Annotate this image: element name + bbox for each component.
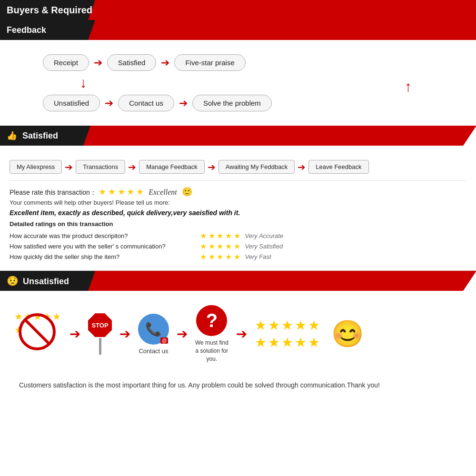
detail-row-accuracy: How accurate was the product descripiton… (10, 231, 466, 240)
at-badge: @ (160, 337, 168, 344)
flow-connector: ↓ ↑ (43, 71, 433, 95)
nav-arrow-3: ➔ (208, 161, 216, 173)
flow-diagram: Receipt ➔ Satisfied ➔ Five-star praise ↓… (14, 50, 462, 116)
detail-label-2: Very Satisfied (245, 243, 283, 250)
star-4: ★ (127, 187, 134, 197)
detail-stars-1: ★ ★ ★ ★ ★ (200, 231, 240, 240)
flow-contact-us: Contact us (118, 95, 174, 111)
rating-prompt: Please rate this transaction： (10, 188, 97, 196)
unsatisfied-header-text: 😟 Unsatisfied (7, 275, 69, 287)
arrow-right-4: ➔ (179, 97, 188, 109)
detail-question-3: How quickly did the seller ship the item… (10, 253, 200, 260)
contact-us-group: 📞 @ Contact us (138, 314, 169, 355)
satisfied-header-text: 👍 Satisfied (7, 130, 58, 141)
detail-label-1: Very Accurate (245, 232, 284, 239)
flow-solve-problem: Solve the problem (192, 95, 272, 111)
detail-question-2: How satisfied were you with the seller' … (10, 243, 200, 250)
nav-steps: My Aliexpress ➔ Transactions ➔ Manage Fe… (10, 153, 466, 181)
big-stars-grid: ★★★★★ ★★★★★ (255, 317, 320, 350)
flow-row-1: Receipt ➔ Satisfied ➔ Five-star praise (43, 54, 246, 71)
contact-icon: 📞 @ (138, 314, 169, 345)
satisfied-content: My Aliexpress ➔ Transactions ➔ Manage Fe… (0, 146, 476, 271)
bottom-text: Customers satisfaction is the most impor… (10, 372, 466, 398)
stop-sign-group: STOP (88, 313, 112, 355)
arrow-right-1: ➔ (94, 57, 102, 69)
no-star-group: ★ ★ ★ ★ ★ ★ (14, 310, 62, 358)
buyers-title: Buyers & Required (7, 5, 92, 16)
flow-unsatisfied: Unsatisfied (43, 95, 100, 111)
stop-pole (99, 338, 101, 355)
detail-question-1: How accurate was the product descripiton… (10, 232, 200, 239)
solution-text: We must finda solution foryou. (195, 339, 228, 363)
nav-arrow-4: ➔ (298, 161, 306, 173)
frown-icon: 😟 (7, 276, 19, 286)
review-text: Excellent item, exactly as described, qu… (10, 209, 466, 217)
unsatisfied-section-header: 😟 Unsatisfied (0, 271, 476, 291)
unsatisfied-content: ★ ★ ★ ★ ★ ★ ➔ STOP ➔ (0, 291, 476, 408)
star-2: ★ (108, 187, 116, 197)
smile-emoji: 🙂 (182, 187, 192, 197)
feedback-title: Feedback (7, 25, 46, 35)
arrow-right-3: ➔ (105, 97, 113, 109)
unsatisfied-arrow-2: ➔ (119, 326, 130, 342)
nav-arrow-1: ➔ (65, 161, 73, 173)
detailed-ratings-label: Detailed ratings on this transaction (10, 220, 466, 228)
unsatisfied-arrow-3: ➔ (177, 326, 188, 342)
solution-group: ? We must finda solution foryou. (195, 305, 228, 363)
arrow-down: ↓ (57, 71, 109, 95)
stop-sign: STOP (88, 313, 112, 337)
nav-leave-feedback: Leave Feedback (308, 160, 368, 174)
svg-line-1 (25, 319, 50, 344)
nav-my-aliexpress: My Aliexpress (10, 160, 62, 174)
flow-row-2: Unsatisfied ➔ Contact us ➔ Solve the pro… (43, 95, 272, 111)
unsatisfied-arrow-1: ➔ (69, 326, 80, 342)
star-5: ★ (136, 187, 144, 197)
star-1: ★ (99, 187, 106, 197)
excellent-label: Excellent (149, 188, 177, 196)
star-3: ★ (118, 187, 125, 197)
nav-awaiting-feedback: Awaiting My Feddback (218, 160, 295, 174)
detail-label-3: Very Fast (245, 253, 271, 260)
nav-transactions: Transactions (76, 160, 125, 174)
arrow-up: ↑ (405, 79, 412, 95)
detailed-ratings: How accurate was the product descripiton… (10, 231, 466, 261)
arrow-right-2: ➔ (161, 57, 169, 69)
question-circle: ? (196, 305, 227, 336)
detail-stars-2: ★ ★ ★ ★ ★ (200, 242, 240, 251)
no-circle-icon (18, 313, 56, 351)
thumb-icon: 👍 (7, 131, 17, 140)
contact-us-label: Contact us (139, 347, 168, 355)
unsatisfied-flow: ★ ★ ★ ★ ★ ★ ➔ STOP ➔ (10, 300, 466, 372)
flow-five-star: Five-star praise (174, 54, 245, 71)
detail-row-shipping: How quickly did the seller ship the item… (10, 252, 466, 261)
feedback-flow-section: Receipt ➔ Satisfied ➔ Five-star praise ↓… (0, 40, 476, 126)
comments-prompt: Your comments will help other buyers! Pl… (10, 199, 466, 206)
nav-arrow-2: ➔ (128, 161, 136, 173)
satisfied-section-header: 👍 Satisfied (0, 126, 476, 146)
feedback-header: Feedback (0, 20, 476, 40)
nav-manage-feedback: Manage Feedback (139, 160, 205, 174)
rating-line: Please rate this transaction： ★ ★ ★ ★ ★ … (10, 187, 466, 197)
happy-smiley: 😊 (331, 318, 364, 349)
detail-stars-3: ★ ★ ★ ★ ★ (200, 252, 240, 261)
unsatisfied-arrow-4: ➔ (236, 326, 247, 342)
flow-receipt: Receipt (43, 54, 89, 71)
flow-satisfied: Satisfied (107, 54, 157, 71)
buyers-required-header: Buyers & Required (0, 0, 476, 20)
detail-row-communication: How satisfied were you with the seller' … (10, 242, 466, 251)
